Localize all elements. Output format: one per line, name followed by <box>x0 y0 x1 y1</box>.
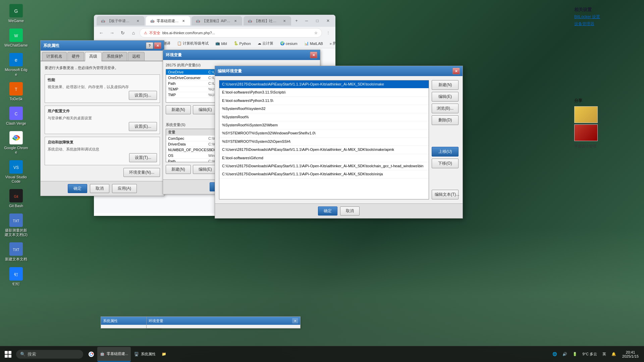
browser-tab-2[interactable]: 🤖 零基础搭建小派... ✕ <box>146 16 191 25</box>
bookmark-icon[interactable]: ☆ <box>314 31 318 35</box>
bookmark-cesium[interactable]: 🌍 cesium <box>278 41 300 46</box>
edit-env-move-up-btn[interactable]: 上移(U) <box>432 147 459 157</box>
bitlocker-link[interactable]: BitLocker 设置 <box>574 14 640 20</box>
python-label: Python <box>239 42 251 46</box>
tab1-close[interactable]: ✕ <box>135 18 141 23</box>
desktop-icon-wegame[interactable]: G WeGame <box>3 3 30 24</box>
edit-env-close-btn[interactable]: ✕ <box>452 68 460 74</box>
env-vars-close-btn[interactable]: ✕ <box>310 52 317 58</box>
home-button[interactable]: ⌂ <box>129 28 138 38</box>
edit-env-list[interactable]: C:\Users\28175\Downloads\AiPiEasyStartV1… <box>219 80 429 199</box>
browser-close-btn[interactable]: ✕ <box>323 16 333 25</box>
env-path-row-9[interactable]: E:\tool-softwares\Git\cmd <box>219 154 429 162</box>
system-props-cancel-btn[interactable]: 取消 <box>90 184 109 193</box>
system-props-ok-btn[interactable]: 确定 <box>68 184 87 193</box>
env-path-row-0[interactable]: C:\Users\28175\Downloads\AiPiEasyStartV1… <box>219 80 429 88</box>
env-path-row-10[interactable]: C:\Users\28175\Downloads\AiPiEasyStartV1… <box>219 162 429 170</box>
bookmark-python[interactable]: 🐍 Python <box>232 41 253 46</box>
tray-notification[interactable]: 🔔 <box>609 351 618 358</box>
edit-env-cancel-btn[interactable]: 取消 <box>340 206 360 216</box>
browser-tab-1[interactable]: 🤖 【板子申请】Ai-M... ✕ <box>97 16 145 25</box>
bookmark-all[interactable]: » 所有书签 <box>328 40 335 47</box>
desktop-icon-edge[interactable]: e Microsoft Edge <box>3 52 30 78</box>
user-profile-settings-btn[interactable]: 设置(E)... <box>129 122 157 131</box>
browser-tab-4[interactable]: 🤖 【教程】社区发帖... ✕ <box>244 16 291 25</box>
env-path-row-5[interactable]: %SystemRoot%\System32\Wbem <box>219 121 429 129</box>
tab2-close[interactable]: ✕ <box>181 18 186 23</box>
perf-settings-btn[interactable]: 设置(S)... <box>129 91 157 100</box>
edit-env-new-btn[interactable]: 新建(N) <box>432 80 459 90</box>
env-path-row-4[interactable]: %SystemRoot% <box>219 113 429 121</box>
back-button[interactable]: ← <box>97 28 106 38</box>
tab-hardware[interactable]: 硬件 <box>67 52 84 61</box>
env-path-row-11[interactable]: C:\Users\28175\Downloads\AiPiEasyStartV1… <box>219 170 429 178</box>
env-path-row-3[interactable]: %SystemRoot%\system32 <box>219 105 429 113</box>
taskbar-chrome[interactable] <box>86 347 97 362</box>
browser-maximize-btn[interactable]: □ <box>313 16 322 25</box>
edit-env-browse-btn[interactable]: 浏览(B)... <box>432 104 459 113</box>
bottom-system-props-title: 系统属性 <box>103 318 118 323</box>
tab-advanced[interactable]: 高级 <box>85 52 102 61</box>
tab-computer-name[interactable]: 计算机名 <box>42 52 67 61</box>
edit-env-move-down-btn[interactable]: 下移(O) <box>432 159 459 168</box>
edit-env-ok-btn[interactable]: 确定 <box>318 206 337 216</box>
bookmark-cloud[interactable]: ☁ 云计算 <box>256 40 275 47</box>
clock-date: 2025/1/15 <box>622 354 639 358</box>
env-path-row-2[interactable]: E:\tool-softwares\Python3.11.5\ <box>219 97 429 105</box>
tab-system-protection[interactable]: 系统保护 <box>102 52 127 61</box>
startup-settings-btn[interactable]: 设置(T)... <box>129 153 157 162</box>
system-props-help-btn[interactable]: ? <box>146 42 153 49</box>
taskbar-browser-active[interactable]: 🤖 零基础搭建... <box>97 347 131 362</box>
edit-env-edit-text-btn[interactable]: 编辑文本(T)... <box>432 190 459 199</box>
address-bar[interactable]: ⚠ 不安全 bbs.ai-thinker.com/forum.php?... ☆ <box>140 28 322 38</box>
start-button[interactable] <box>0 346 16 362</box>
system-props-close-btn[interactable]: ✕ <box>154 42 161 49</box>
desktop-icon-dingtalk[interactable]: 钉 钉钉 <box>3 266 30 288</box>
bookmark-blbl[interactable]: 📺 blbl <box>213 41 229 46</box>
tray-volume[interactable]: 🔊 <box>560 351 569 358</box>
browser-tab-3[interactable]: 🤖 【更新帖】AiPiEasy... ✕ <box>192 16 242 25</box>
extensions-button[interactable]: ⋮ <box>323 28 333 38</box>
taskbar-file-explorer[interactable]: 📁 <box>159 347 169 362</box>
desktop-icon-newtext[interactable]: TXT 新建文本文档 <box>3 241 30 263</box>
desktop-icon-todesk[interactable]: T ToDeSk <box>3 81 30 103</box>
bottom-env-close-btn[interactable]: ✕ <box>292 318 298 323</box>
security-label: 不安全 <box>149 31 160 36</box>
env-path-row-6[interactable]: %SYSTEMROOT%\System32\WindowsPowerShell\… <box>219 129 429 137</box>
tray-battery[interactable]: 🔋 <box>571 351 579 358</box>
edit-env-delete-btn[interactable]: 删除(D) <box>432 115 459 125</box>
tray-weather[interactable]: 9°C 多云 <box>581 350 599 358</box>
taskbar-search[interactable]: 🔍 搜索 <box>16 350 83 359</box>
tray-network[interactable]: 🌐 <box>550 351 559 358</box>
browser-taskbar-icon: 🤖 <box>100 352 105 356</box>
system-props-apply-btn[interactable]: 应用(A) <box>112 184 137 193</box>
env-path-row-7[interactable]: %SYSTEMROOT%\System32\OpenSSH\ <box>219 138 429 146</box>
env-path-row-8[interactable]: C:\Users\28175\Downloads\AiPiEasyStartV1… <box>219 146 429 154</box>
sys-edit-btn[interactable]: 编辑(E) <box>193 165 218 174</box>
desktop-icon-gitbash[interactable]: Git Git Bash <box>3 188 30 209</box>
env-vars-btn[interactable]: 环境变量(N)... <box>123 168 160 177</box>
browser-minimize-btn[interactable]: ─ <box>302 16 311 25</box>
edit-env-edit-btn[interactable]: 编辑(E) <box>432 92 459 102</box>
user-edit-btn[interactable]: 编辑(E) <box>193 105 218 114</box>
desktop-icon-vscode[interactable]: VS Visual Studio Code <box>3 159 30 185</box>
user-new-btn[interactable]: 新建(N) <box>166 105 191 114</box>
reload-button[interactable]: ↻ <box>118 28 127 38</box>
bookmark-matlab[interactable]: 📊 MatLAB <box>302 41 325 46</box>
desktop-icon-chrome[interactable]: Google Chrome <box>3 130 30 156</box>
tray-ime[interactable]: 英 <box>600 350 608 358</box>
desktop-icon-clash-verge[interactable]: C Clash Verge <box>3 105 30 127</box>
new-tab-button[interactable]: + <box>292 16 301 25</box>
taskbar-system-props[interactable]: 🖥️ 系统属性 <box>131 347 158 362</box>
taskbar-clock[interactable]: 20:41 2025/1/15 <box>620 349 641 360</box>
tab4-close[interactable]: ✕ <box>282 18 287 23</box>
desktop-icon-wechatgame[interactable]: W WeChatGame <box>3 27 30 49</box>
device-manager-link[interactable]: 设备管理器 <box>574 21 640 27</box>
tab-remote[interactable]: 远程 <box>128 52 145 61</box>
bookmark-exam[interactable]: 📋 计算机等级考试 <box>175 40 211 47</box>
forward-button[interactable]: → <box>107 28 117 38</box>
env-path-row-1[interactable]: E:\tool-softwares\Python3.11.5\Scripts\ <box>219 88 429 97</box>
desktop-icon-photogrammetry[interactable]: TXT 摄影测量的新建文本文档(2) <box>3 212 30 238</box>
tab3-close[interactable]: ✕ <box>233 18 238 23</box>
sys-new-btn[interactable]: 新建(N) <box>166 165 191 174</box>
